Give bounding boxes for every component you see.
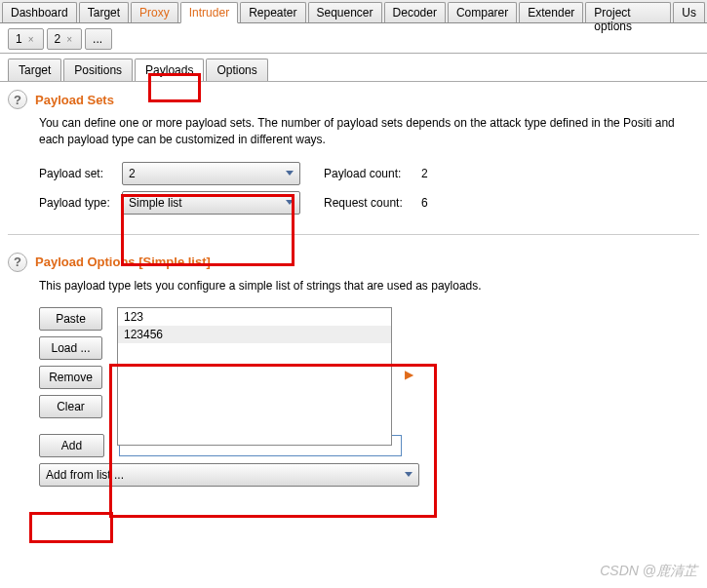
tab-sequencer[interactable]: Sequencer [308, 2, 382, 22]
tab-decoder[interactable]: Decoder [384, 2, 446, 22]
payload-set-label: Payload set: [39, 167, 122, 180]
intruder-inner-tabs: Target Positions Payloads Options [0, 54, 707, 82]
payload-set-dropdown[interactable]: 2 [122, 162, 300, 185]
list-item[interactable]: 123 [118, 308, 391, 326]
tab-intruder[interactable]: Intruder [180, 2, 238, 23]
arrow-right-icon: ▶ [405, 368, 413, 381]
tab-repeater[interactable]: Repeater [240, 2, 305, 22]
add-from-list-dropdown[interactable]: Add from list ... [39, 463, 419, 487]
attack-tab-2-label: 2 [55, 32, 61, 46]
payload-sets-title: Payload Sets [35, 93, 114, 107]
payload-options-desc: This payload type lets you configure a s… [39, 278, 699, 294]
request-count-value: 6 [421, 196, 428, 210]
remove-button[interactable]: Remove [39, 366, 102, 389]
close-icon[interactable]: × [66, 34, 72, 45]
help-icon[interactable]: ? [8, 253, 27, 272]
load-button[interactable]: Load ... [39, 336, 102, 360]
payload-options-section: ? Payload Options [Simple list] This pay… [8, 253, 699, 488]
highlight-add-button [29, 512, 113, 543]
tab-comparer[interactable]: Comparer [448, 2, 517, 22]
payload-type-label: Payload type: [39, 196, 122, 210]
inner-tab-options[interactable]: Options [206, 59, 267, 81]
payload-options-title: Payload Options [Simple list] [35, 255, 211, 269]
request-count-label: Request count: [324, 196, 421, 210]
tab-dashboard[interactable]: Dashboard [2, 2, 77, 22]
inner-tab-target[interactable]: Target [8, 59, 61, 81]
payload-set-value: 2 [129, 167, 136, 180]
add-button[interactable]: Add [39, 434, 104, 457]
payload-count-value: 2 [421, 167, 428, 180]
list-item[interactable]: 123456 [118, 326, 391, 343]
divider [8, 234, 699, 235]
attack-tab-1-label: 1 [16, 32, 22, 46]
tab-proxy[interactable]: Proxy [131, 2, 178, 22]
inner-tab-positions[interactable]: Positions [63, 59, 133, 81]
tab-target[interactable]: Target [79, 2, 129, 22]
payload-list[interactable]: 123 123456 [117, 307, 392, 446]
tab-extender[interactable]: Extender [519, 2, 583, 22]
watermark: CSDN @鹿清芷 [600, 563, 697, 580]
inner-tab-payloads[interactable]: Payloads [135, 59, 204, 81]
paste-button[interactable]: Paste [39, 307, 102, 331]
clear-button[interactable]: Clear [39, 395, 102, 418]
payload-sets-section: ? Payload Sets You can define one or mor… [8, 90, 699, 215]
payload-count-label: Payload count: [324, 167, 421, 180]
attack-tab-new[interactable]: ... [85, 28, 112, 50]
help-icon[interactable]: ? [8, 90, 27, 109]
payload-sets-desc: You can define one or more payload sets.… [39, 115, 699, 148]
payload-type-value: Simple list [129, 196, 182, 210]
tab-user-truncated[interactable]: Us [673, 2, 705, 22]
attack-tab-2[interactable]: 2× [47, 28, 83, 50]
tab-project-options[interactable]: Project options [585, 2, 671, 22]
close-icon[interactable]: × [28, 34, 34, 45]
attack-tab-1[interactable]: 1× [8, 28, 44, 50]
add-from-list-value: Add from list ... [46, 468, 124, 482]
payload-type-dropdown[interactable]: Simple list [122, 191, 300, 215]
main-tab-bar: Dashboard Target Proxy Intruder Repeater… [0, 0, 707, 23]
